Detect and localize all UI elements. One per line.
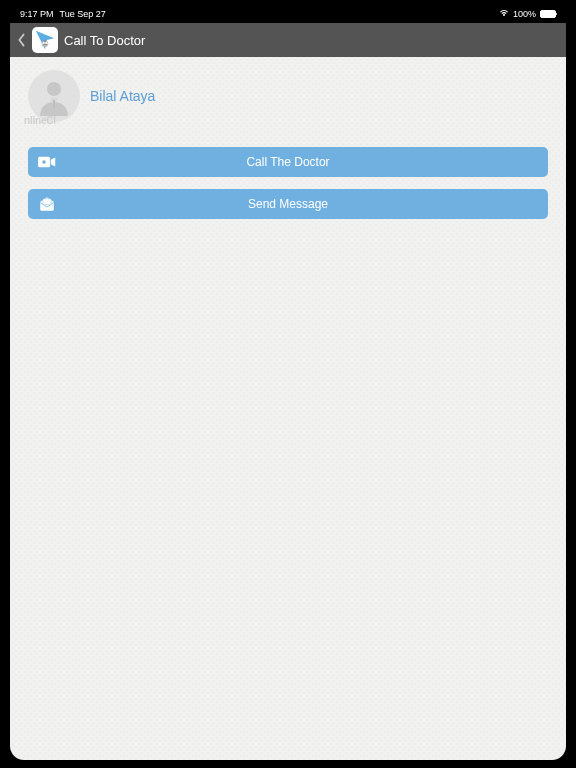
svg-point-5 [42,160,45,163]
device-frame: 9:17 PM Tue Sep 27 100% [0,0,576,768]
wifi-icon [499,9,509,19]
nav-title: Call To Doctor [64,33,145,48]
status-date: Tue Sep 27 [60,9,106,19]
doctor-profile: nlineCl Bilal Ataya [28,67,548,125]
video-call-icon [38,155,56,169]
back-icon[interactable] [16,32,26,48]
svg-rect-6 [43,199,51,205]
status-left: 9:17 PM Tue Sep 27 [20,9,106,19]
svg-rect-3 [53,100,55,108]
send-message-button[interactable]: Send Message [28,189,548,219]
message-icon [38,197,56,211]
battery-icon [540,10,556,18]
status-right: 100% [499,9,556,19]
send-message-label: Send Message [248,197,328,211]
call-doctor-button[interactable]: Call The Doctor [28,147,548,177]
avatar-watermark: nlineCl [24,115,56,126]
svg-point-1 [44,40,46,42]
doctor-name: Bilal Ataya [90,88,155,104]
screen: 9:17 PM Tue Sep 27 100% [10,5,566,760]
action-buttons: Call The Doctor Send Message [28,147,548,219]
nav-bar: Call To Doctor [10,23,566,57]
status-time: 9:17 PM [20,9,54,19]
battery-percent: 100% [513,9,536,19]
app-logo [32,27,58,53]
svg-point-2 [47,82,61,96]
status-bar: 9:17 PM Tue Sep 27 100% [10,5,566,23]
content-area: nlineCl Bilal Ataya Call The Doctor [10,57,566,760]
call-doctor-label: Call The Doctor [246,155,329,169]
